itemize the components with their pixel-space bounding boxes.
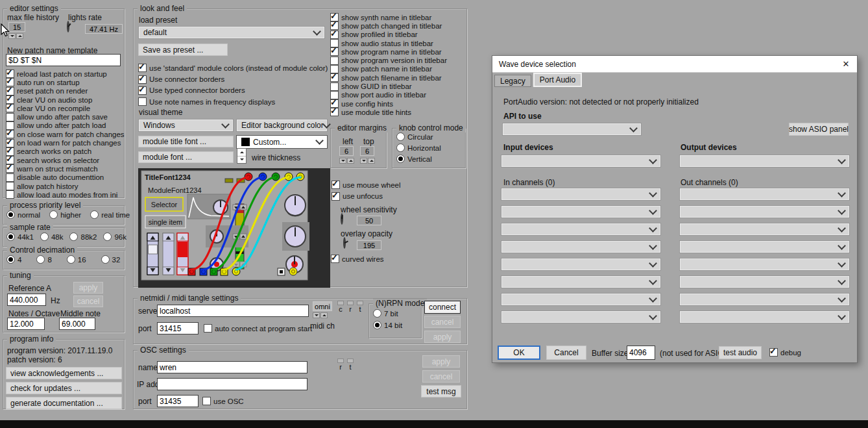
checkbox-warn-on-struct-mismatch[interactable]: warn on struct mismatch: [6, 164, 125, 173]
checkbox-indicator[interactable]: [769, 348, 778, 357]
channel-select[interactable]: [501, 293, 661, 306]
checkbox-indicator[interactable]: [330, 47, 339, 56]
checkbox-debug[interactable]: debug: [769, 348, 801, 357]
radio-indicator[interactable]: [6, 233, 15, 241]
radio-indicator[interactable]: [49, 210, 58, 219]
radio-indicator[interactable]: [40, 233, 49, 241]
save-as-preset-button[interactable]: Save as preset ...: [138, 44, 228, 56]
radio-normal[interactable]: normal: [6, 210, 40, 219]
osc-name-input[interactable]: [157, 361, 307, 373]
margin-left-spinner[interactable]: [339, 158, 354, 164]
output-device-select[interactable]: [679, 155, 850, 168]
checkbox-indicator[interactable]: [330, 31, 339, 39]
custom-color-select[interactable]: Custom...: [236, 135, 328, 149]
radio-indicator[interactable]: [67, 255, 75, 264]
checkbox-clear-vu-on-recompile[interactable]: clear VU on recompile: [6, 104, 125, 112]
checkbox-auto-run-on-startup[interactable]: auto run on startup: [6, 78, 125, 86]
test-audio-button[interactable]: test audio: [719, 346, 762, 359]
show-asio-panel-button[interactable]: show ASIO panel: [789, 123, 849, 136]
checkbox-disable-auto-documenttion[interactable]: disable auto documenttion: [6, 173, 125, 182]
radio-indicator[interactable]: [373, 321, 381, 329]
max-file-history-value[interactable]: 15: [8, 22, 25, 32]
tab-port-audio[interactable]: Port Audio: [533, 73, 582, 87]
channel-select[interactable]: [679, 240, 850, 253]
radio-indicator[interactable]: [373, 309, 381, 318]
visual-theme-select[interactable]: Windows: [138, 119, 234, 132]
notes-octave-input[interactable]: [7, 318, 45, 330]
reference-a-input[interactable]: [7, 294, 46, 306]
radio-indicator[interactable]: [101, 255, 110, 264]
checkbox-use-unfocus[interactable]: use unfocus: [332, 190, 401, 201]
osc-port-input[interactable]: [157, 395, 199, 407]
midi-channel-value[interactable]: omni: [313, 301, 332, 311]
margin-top-spinner[interactable]: [360, 158, 375, 164]
radio-7-bit[interactable]: 7 bit: [373, 309, 402, 318]
checkbox-use-note-names-in-frequency-displays[interactable]: Use note names in frequency displays: [138, 96, 328, 107]
checkbox-use-config-hints[interactable]: use config hints: [330, 99, 447, 108]
checkbox-show-audio-status-in-titlebar[interactable]: show audio status in titlebar: [330, 39, 447, 47]
checkbox-allow-undo-after-patch-load[interactable]: allow undo after patch load: [6, 121, 125, 130]
button-view-acknowledgements[interactable]: view acknowledgements ...: [6, 367, 122, 379]
checkbox-indicator[interactable]: [204, 324, 212, 333]
preset-select[interactable]: default: [138, 26, 325, 39]
tuning-apply-button[interactable]: apply: [73, 282, 103, 294]
wheel-sensitivity-knob[interactable]: [341, 213, 343, 225]
checkbox-allow-load-auto-modes-from-ini[interactable]: allow load auto modes from ini: [6, 190, 125, 199]
checkbox-indicator[interactable]: [138, 75, 147, 84]
radio-88k2[interactable]: 88k2: [69, 233, 97, 241]
checkbox-use-mouse-wheel[interactable]: use mouse wheel: [332, 179, 401, 190]
wire-thickness-spinner[interactable]: [237, 148, 247, 164]
lights-rate-knob[interactable]: [67, 21, 69, 32]
radio-44k1[interactable]: 44k1: [6, 233, 34, 241]
margin-left-value[interactable]: 6: [339, 146, 354, 156]
channel-select[interactable]: [679, 188, 850, 201]
max-file-history-spinner[interactable]: [8, 33, 23, 39]
module-font-button[interactable]: module font ...: [138, 151, 234, 163]
input-device-select[interactable]: [501, 155, 661, 168]
checkbox-indicator[interactable]: [6, 182, 14, 190]
radio-96k[interactable]: 96k: [103, 233, 127, 241]
server-input[interactable]: [157, 305, 309, 317]
channel-select[interactable]: [679, 275, 850, 288]
channel-select[interactable]: [679, 293, 850, 306]
checkbox-indicator[interactable]: [138, 64, 147, 72]
radio-8[interactable]: 8: [36, 255, 51, 264]
checkbox-show-port-audio-in-titlebar[interactable]: show port audio in titlebar: [330, 91, 447, 99]
button-check-for-updates[interactable]: check for updates ...: [6, 382, 122, 394]
radio-4[interactable]: 4: [6, 255, 21, 264]
radio-indicator[interactable]: [36, 255, 45, 264]
tuning-cancel-button[interactable]: cancel: [73, 296, 103, 307]
channel-select[interactable]: [679, 223, 850, 236]
radio-14-bit[interactable]: 14 bit: [373, 321, 402, 329]
channel-select[interactable]: [501, 240, 661, 253]
checkbox-indicator[interactable]: [6, 173, 14, 182]
spin-up-icon[interactable]: [320, 312, 328, 318]
checkbox-show-program-name-in-titlebar[interactable]: show program name in titlebar: [330, 47, 447, 56]
api-select[interactable]: [502, 123, 642, 136]
radio-indicator[interactable]: [396, 132, 405, 141]
radio-indicator[interactable]: [6, 255, 15, 264]
channel-select[interactable]: [679, 258, 850, 271]
checkbox-show-program-version-in-titlebar[interactable]: show program version in titlebar: [330, 56, 447, 64]
checkbox-on-load-warn-for-patch-changes[interactable]: on load warn for patch changes: [6, 138, 125, 147]
close-icon[interactable]: ✕: [841, 60, 850, 69]
midi-channel-spinner[interactable]: [313, 312, 328, 318]
checkbox-indicator[interactable]: [6, 190, 14, 199]
channel-select[interactable]: [501, 258, 661, 271]
osc-ip-input[interactable]: [157, 378, 307, 390]
checkbox-indicator[interactable]: [332, 181, 340, 189]
checkbox-indicator[interactable]: [330, 82, 339, 91]
channel-select[interactable]: [501, 205, 661, 218]
checkbox-indicator[interactable]: [332, 192, 340, 201]
checkbox-clear-vu-on-audio-stop[interactable]: clear VU on audio stop: [6, 95, 125, 104]
spin-down-icon[interactable]: [240, 158, 244, 162]
checkbox-indicator[interactable]: [6, 104, 14, 112]
checkbox-show-patch-filename-in-titlebar[interactable]: show patch filename in titlebar: [330, 73, 447, 82]
osc-apply-button[interactable]: apply: [422, 355, 460, 368]
radio-vertical[interactable]: Vertical: [396, 155, 441, 163]
checkbox-use-osc[interactable]: use OSC: [202, 397, 244, 405]
spin-up-icon[interactable]: [347, 158, 354, 164]
tab-legacy[interactable]: Legacy: [494, 75, 531, 87]
midi-cancel-button[interactable]: cancel: [424, 316, 461, 328]
new-patch-template-input[interactable]: [6, 54, 121, 66]
